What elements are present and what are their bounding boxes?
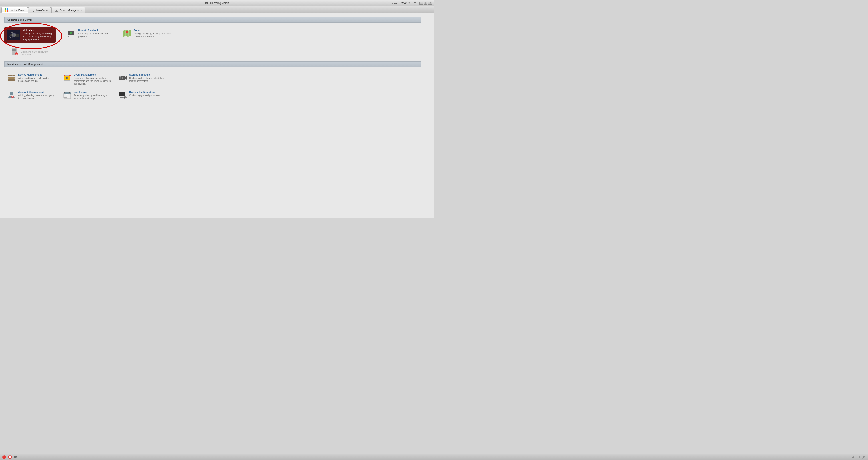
main-content: Operation and Control: [0, 13, 434, 218]
svg-rect-5: [7, 8, 8, 10]
svg-rect-41: [69, 75, 71, 76]
account-mgmt-svg-icon: [7, 91, 16, 99]
account-management-title: Account Management: [18, 91, 57, 93]
event-management-desc: Configuring the alarm, exception paramet…: [74, 77, 113, 85]
device-mgmt-tab-icon: [55, 8, 58, 12]
emap-title: E-map: [134, 29, 173, 32]
remote-playback-item[interactable]: Remote Playback Searching the record fil…: [64, 27, 120, 43]
emap-desc: Adding, modifying, deleting, and basic o…: [134, 32, 173, 38]
user-icon: [413, 1, 417, 5]
system-configuration-icon: [118, 91, 127, 99]
alarm-event-text: Alarm Event Displaying alarm and Event I…: [21, 47, 60, 55]
app-icon: [205, 1, 209, 5]
emap-icon: [123, 29, 131, 38]
svg-rect-71: [126, 97, 127, 98]
svg-rect-8: [32, 9, 35, 11]
svg-rect-4: [5, 8, 6, 10]
svg-rect-69: [124, 98, 125, 99]
alarm-event-row: ! Alarm Event Displaying alarm and Event…: [4, 45, 430, 58]
tab-main-view-label: Main View: [36, 9, 48, 11]
storage-schedule-icon: [118, 73, 127, 82]
svg-rect-46: [120, 77, 121, 77]
minimize-button[interactable]: –: [419, 2, 423, 5]
playback-svg-icon: [67, 29, 75, 37]
alarm-event-item[interactable]: ! Alarm Event Displaying alarm and Event…: [7, 45, 63, 55]
alarm-event-icon: !: [10, 47, 19, 55]
svg-rect-40: [64, 75, 65, 76]
tab-control-panel[interactable]: Control Panel: [1, 7, 28, 13]
tab-main-view[interactable]: Main View: [28, 7, 51, 13]
log-search-text: Log Search Searching, viewing and backin…: [74, 91, 113, 100]
device-management-item[interactable]: Device Management Adding, editing and de…: [4, 71, 60, 87]
title-bar-right: admin 12:42:33 – □ ✕: [392, 1, 432, 5]
remote-playback-title: Remote Playback: [78, 29, 117, 32]
main-view-wrapper: Main View Viewing live video, controllin…: [4, 27, 56, 43]
storage-svg-icon: [119, 74, 127, 82]
log-search-title: Log Search: [74, 91, 113, 93]
system-configuration-title: System Configuration: [129, 91, 168, 93]
tab-control-panel-label: Control Panel: [9, 9, 25, 11]
event-management-text: Event Management Configuring the alarm, …: [74, 73, 113, 85]
svg-marker-1: [208, 2, 208, 4]
device-management-text: Device Management Adding, editing and de…: [18, 73, 57, 82]
svg-rect-59: [68, 95, 69, 96]
app-title: Guarding Vision: [210, 2, 229, 5]
svg-point-2: [206, 3, 207, 4]
svg-rect-60: [64, 97, 65, 98]
svg-rect-58: [66, 95, 67, 96]
svg-point-45: [121, 78, 122, 79]
device-management-title: Device Management: [18, 73, 57, 76]
section-operation-header: Operation and Control: [4, 17, 421, 23]
svg-point-47: [10, 92, 13, 95]
username: admin: [392, 2, 398, 4]
emap-svg-icon: [123, 29, 131, 37]
svg-point-67: [124, 97, 125, 98]
svg-text:18: 18: [66, 93, 68, 95]
event-mgmt-svg-icon: [63, 74, 71, 82]
window-controls[interactable]: – □ ✕: [419, 2, 432, 5]
account-management-desc: Adding, deleting users and assigning the…: [18, 94, 57, 100]
svg-rect-63: [120, 92, 125, 96]
svg-rect-7: [7, 10, 8, 11]
restore-button[interactable]: □: [424, 2, 427, 5]
emap-text: E-map Adding, modifying, deleting, and b…: [134, 29, 173, 38]
svg-point-35: [13, 80, 13, 81]
svg-marker-43: [125, 76, 127, 80]
event-management-item[interactable]: Event Management Configuring the alarm, …: [60, 71, 116, 87]
remote-playback-text: Remote Playback Searching the record fil…: [78, 29, 117, 38]
svg-point-3: [414, 2, 415, 3]
tab-device-management-label: Device Management: [60, 9, 82, 11]
svg-rect-57: [64, 95, 65, 96]
tab-device-management[interactable]: Device Management: [51, 7, 85, 13]
maintenance-items-row2: Account Management Adding, deleting user…: [4, 89, 430, 103]
svg-rect-61: [66, 97, 67, 98]
event-management-icon: [63, 73, 71, 82]
maintenance-items: Device Management Adding, editing and de…: [4, 70, 430, 89]
svg-point-39: [66, 77, 68, 79]
svg-point-14: [10, 34, 13, 36]
section-maintenance: Maintenance and Management: [4, 61, 430, 103]
account-management-item[interactable]: Account Management Adding, deleting user…: [4, 89, 60, 102]
system-configuration-text: System Configuration Configuring general…: [129, 91, 168, 97]
svg-rect-15: [14, 33, 19, 37]
svg-rect-9: [33, 11, 34, 12]
close-button[interactable]: ✕: [428, 2, 432, 5]
svg-rect-26: [12, 51, 16, 51]
storage-schedule-item[interactable]: Storage Schedule Configuring the storage…: [116, 71, 171, 87]
svg-rect-25: [12, 49, 16, 50]
event-management-title: Event Management: [74, 73, 113, 76]
emap-item[interactable]: E-map Adding, modifying, deleting, and b…: [120, 27, 176, 43]
svg-rect-55: [64, 91, 65, 93]
storage-schedule-desc: Configuring the storage schedule and rel…: [129, 77, 168, 82]
system-configuration-item[interactable]: System Configuration Configuring general…: [116, 89, 171, 102]
device-mgmt-svg-icon: [7, 74, 16, 82]
storage-schedule-title: Storage Schedule: [129, 73, 168, 76]
storage-schedule-text: Storage Schedule Configuring the storage…: [129, 73, 168, 82]
title-bar: Guarding Vision admin 12:42:33 – □ ✕: [0, 0, 434, 6]
alarm-svg-icon: !: [10, 48, 18, 55]
account-management-icon: [7, 91, 16, 99]
main-view-item[interactable]: Main View Viewing live video, controllin…: [4, 27, 56, 43]
main-view-tab-icon: [32, 8, 35, 12]
log-search-item[interactable]: 18 Log Search Searching, viewing and bac…: [60, 89, 116, 102]
svg-rect-68: [124, 95, 125, 96]
